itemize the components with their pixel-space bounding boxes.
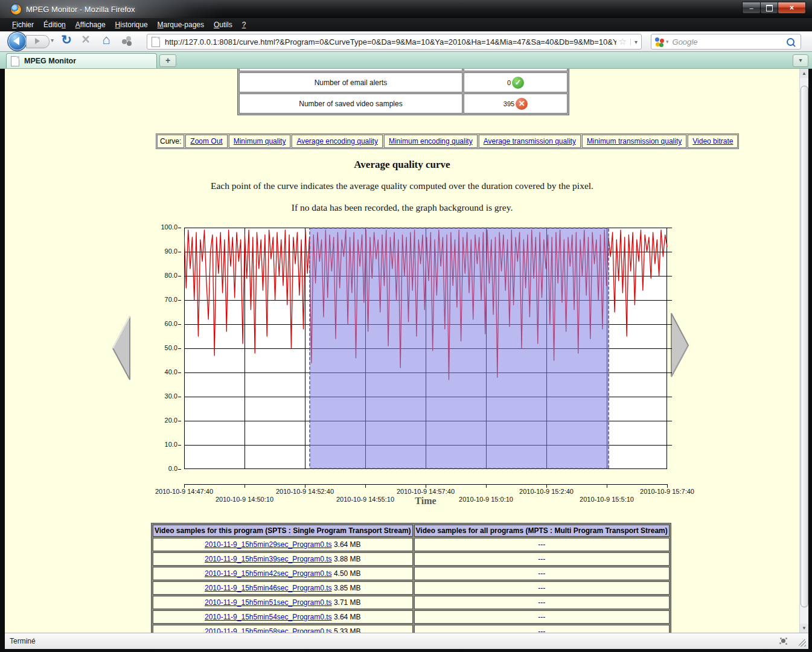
menu-item-aide[interactable]: ?: [237, 19, 251, 30]
cross-circle-icon: ✕: [516, 98, 528, 110]
x-tick-label: 2010-10-9 14:57:40: [397, 488, 455, 495]
minimize-button[interactable]: –: [742, 2, 760, 14]
curve-link-minimum-quality[interactable]: Minimum quality: [234, 137, 286, 145]
y-tick-mark: [178, 348, 181, 349]
curve-link-zoom-out[interactable]: Zoom Out: [190, 137, 222, 145]
mpts-cell: ---: [414, 625, 670, 633]
search-input[interactable]: Google: [673, 37, 787, 46]
extension-status-icon[interactable]: [781, 639, 785, 643]
quality-curve-chart[interactable]: [184, 228, 673, 469]
tab-favicon: [11, 56, 19, 66]
tab-mpeg-monitor[interactable]: MPEG Monitor: [6, 53, 157, 68]
check-circle-icon: ✓: [512, 77, 524, 89]
sample-file-link[interactable]: 2010-11-9_15h5min42sec_Program0.ts: [205, 569, 332, 578]
table-row: 2010-11-9_15h5min42sec_Program0.ts 4.50 …: [153, 567, 670, 580]
sample-cell: 2010-11-9_15h5min29sec_Program0.ts 3.64 …: [153, 538, 413, 551]
curve-link-average-transmission-quality[interactable]: Average transmission quality: [484, 137, 576, 145]
table-row: 2010-11-9_15h5min46sec_Program0.ts 3.85 …: [153, 581, 670, 595]
curve-nav-label: Curve:: [157, 135, 184, 148]
scroll-up-button[interactable]: ▲: [800, 69, 808, 78]
sample-cell: 2010-11-9_15h5min51sec_Program0.ts 3.71 …: [153, 596, 413, 609]
y-tick-mark: [178, 228, 181, 228]
samples-column-header-1: Video samples for all programs (MPTS : M…: [414, 525, 670, 537]
table-header-row: Video samples for this program (SPTS : S…: [153, 525, 670, 537]
list-all-tabs-button[interactable]: ▾: [793, 54, 808, 67]
navigation-toolbar: ▾ ↻ × ⌂ http://127.0.0.1:8081/curve.html…: [0, 31, 812, 52]
back-button[interactable]: [7, 31, 27, 51]
sample-file-link[interactable]: 2010-11-9_15h5min29sec_Program0.ts: [205, 540, 332, 549]
search-engine-dropdown-icon[interactable]: ▾: [666, 39, 669, 45]
bookmark-star-icon[interactable]: ☆: [619, 36, 627, 47]
alert-value: 0: [507, 79, 511, 86]
scrollbar-thumb[interactable]: [801, 86, 808, 607]
stop-button[interactable]: ×: [77, 31, 94, 48]
y-tick-mark: [178, 372, 181, 373]
x-tick-mark: [245, 485, 245, 488]
sample-file-link[interactable]: 2010-11-9_15h5min51sec_Program0.ts: [205, 598, 332, 607]
page-content: Number of email alerts0✓Number of saved …: [5, 69, 799, 633]
mpts-cell: ---: [414, 552, 670, 566]
sample-file-link[interactable]: 2010-11-9_15h5min54sec_Program0.ts: [205, 613, 332, 621]
scroll-left-arrow[interactable]: [112, 315, 131, 382]
home-button[interactable]: ⌂: [98, 32, 115, 48]
x-tick-label: 2010-10-9 14:52:40: [276, 488, 334, 495]
new-tab-button[interactable]: +: [159, 54, 176, 67]
back-arrow-icon: [13, 37, 19, 45]
alert-label: Number of saved video samples: [239, 94, 462, 113]
menu-item-historique[interactable]: Historique: [110, 19, 153, 30]
curve-link-minimum-encoding-quality[interactable]: Minimum encoding quality: [389, 137, 473, 145]
menu-item-fichier[interactable]: Fichier: [7, 19, 39, 30]
y-tick-label: 10.0: [155, 441, 181, 450]
url-dropdown-icon[interactable]: ▾: [630, 39, 638, 45]
y-tick-label: 40.0: [155, 368, 181, 377]
table-row: Number of email alerts0✓: [239, 72, 567, 92]
history-dropdown-icon[interactable]: ▾: [51, 37, 54, 43]
window-controls: – ×: [742, 2, 806, 14]
vertical-scrollbar[interactable]: ▲ ▼: [799, 69, 808, 633]
curve-link-minimum-transmission-quality[interactable]: Minimum transmission quality: [587, 137, 682, 145]
y-tick-mark: [178, 252, 181, 252]
x-tick-mark: [486, 485, 487, 488]
search-magnifier-icon[interactable]: [787, 38, 794, 46]
refresh-button[interactable]: ↻: [58, 33, 75, 47]
menu-item-marque-pages[interactable]: Marque-pages: [153, 19, 209, 30]
y-tick-label: 0.0: [155, 465, 181, 474]
sample-file-link[interactable]: 2010-11-9_15h5min39sec_Program0.ts: [205, 555, 332, 563]
x-tick-mark: [365, 485, 366, 488]
curve-link-average-encoding-quality[interactable]: Average encoding quality: [296, 137, 378, 145]
title-bar[interactable]: MPEG Monitor - Mozilla Firefox – ×: [0, 0, 812, 18]
menu-item-edition[interactable]: Édition: [39, 19, 71, 30]
window-bottom-border: [0, 649, 812, 652]
scroll-down-button[interactable]: ▼: [800, 624, 808, 633]
menu-item-outils[interactable]: Outils: [209, 19, 237, 30]
y-tick-label: 80.0: [155, 272, 181, 281]
sample-cell: 2010-11-9_15h5min42sec_Program0.ts 4.50 …: [153, 567, 413, 580]
table-row: 2010-11-9_15h5min58sec_Program0.ts 5.33 …: [153, 625, 670, 633]
y-tick-mark: [178, 445, 181, 446]
search-box[interactable]: ▾ Google: [651, 34, 801, 50]
zoom-selection-region[interactable]: [310, 228, 609, 468]
mpts-cell: ---: [414, 581, 670, 595]
sample-file-link[interactable]: 2010-11-9_15h5min58sec_Program0.ts: [205, 627, 332, 633]
y-tick-label: 50.0: [155, 344, 181, 353]
curve-type-nav: Curve: Zoom OutMinimum qualityAverage en…: [156, 133, 739, 149]
url-bar[interactable]: http://127.0.0.1:8081/curve.html?&Progra…: [147, 34, 642, 50]
maximize-button[interactable]: [760, 2, 778, 14]
forward-button[interactable]: [26, 35, 50, 48]
y-tick-mark: [178, 421, 181, 421]
menu-item-affichage[interactable]: Affichage: [71, 19, 110, 30]
sample-file-link[interactable]: 2010-11-9_15h5min46sec_Program0.ts: [205, 584, 332, 592]
forward-arrow-icon: [35, 38, 40, 44]
google-icon: [655, 37, 664, 46]
alert-value-cell: 0✓: [464, 72, 567, 92]
resize-grip[interactable]: [799, 639, 806, 647]
samples-column-header-0: Video samples for this program (SPTS : S…: [153, 525, 413, 537]
y-tick-mark: [178, 469, 181, 470]
curve-link-video-bitrate[interactable]: Video bitrate: [692, 137, 733, 145]
url-text[interactable]: http://127.0.0.1:8081/curve.html?&Progra…: [165, 37, 616, 46]
chart-description-1: Each point of the curve indicates the av…: [5, 181, 799, 191]
addon-toolbar-icon[interactable]: [122, 39, 127, 44]
sample-cell: 2010-11-9_15h5min39sec_Program0.ts 3.88 …: [153, 552, 413, 566]
page-title: Average quality curve: [5, 159, 799, 171]
close-button[interactable]: ×: [778, 2, 806, 14]
